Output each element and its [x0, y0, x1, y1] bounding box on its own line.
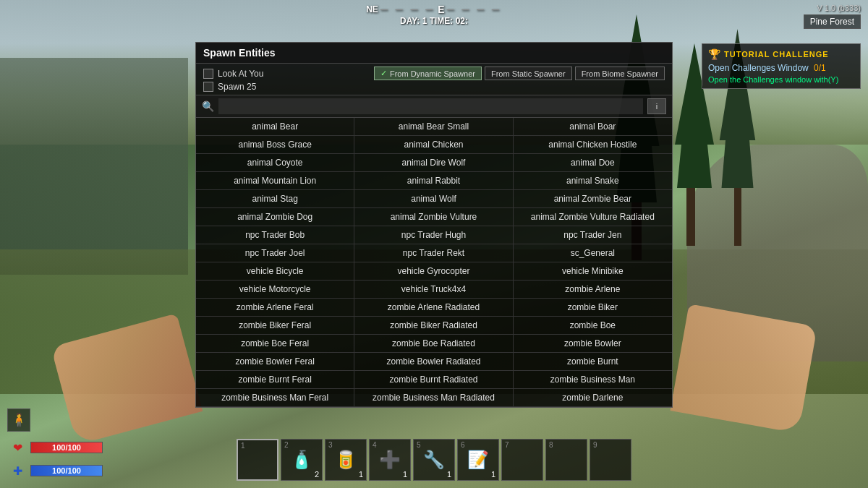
stamina-text: 100/100 — [31, 466, 102, 476]
entity-cell[interactable]: animal Dire Wolf — [354, 154, 513, 172]
hotbar-slot-2[interactable]: 2🧴2 — [281, 439, 323, 481]
stamina-bar: 100/100 — [30, 465, 103, 476]
entity-cell[interactable]: animal Coyote — [196, 154, 354, 172]
entity-cell[interactable]: zombie Bowler — [514, 335, 672, 353]
trophy-icon: 🏆 — [708, 48, 721, 60]
entity-cell[interactable]: zombie Business Man Feral — [196, 389, 354, 407]
stamina-icon: ✚ — [7, 461, 27, 481]
slot-count-6: 1 — [491, 470, 495, 479]
look-at-you-checkbox[interactable] — [203, 69, 213, 79]
search-input[interactable] — [218, 98, 643, 114]
entity-cell[interactable]: zombie Biker Radiated — [354, 317, 513, 335]
entity-cell[interactable]: animal Zombie Dog — [196, 208, 354, 226]
entity-cell[interactable]: animal Boar — [514, 118, 672, 136]
slot-icon-note: 📝 — [465, 447, 491, 473]
entity-cell[interactable]: animal Mountain Lion — [196, 172, 354, 190]
compass-bar: NE — — — — E — — — — — [366, 4, 502, 15]
entity-cell[interactable]: sc_General — [514, 244, 672, 262]
entity-cell[interactable]: animal Rabbit — [354, 172, 513, 190]
tutorial-header: 🏆 TUTORIAL CHALLENGE — [708, 48, 854, 60]
hotbar-slot-1[interactable]: 1 — [237, 439, 278, 481]
health-row: ❤ 100/100 — [7, 437, 103, 458]
entity-cell[interactable]: animal Wolf — [354, 190, 513, 208]
entity-cell[interactable]: vehicle Bicycle — [196, 262, 354, 281]
stamina-row: ✚ 100/100 — [7, 461, 103, 481]
hotbar-slot-9[interactable]: 9 — [590, 439, 631, 481]
biome-label: Pine Forest — [804, 14, 861, 29]
slot-icon-water: 🧴 — [289, 447, 315, 473]
entity-cell[interactable]: animal Bear — [196, 118, 354, 136]
entity-cell[interactable]: animal Snake — [514, 172, 672, 190]
tutorial-challenge-box: 🏆 TUTORIAL CHALLENGE Open Challenges Win… — [702, 43, 861, 89]
entity-cell[interactable]: zombie Burnt Feral — [196, 371, 354, 389]
entity-cell[interactable]: zombie Biker — [514, 299, 672, 317]
entity-cell[interactable]: zombie Boe — [514, 317, 672, 335]
hotbar-slot-6[interactable]: 6📝1 — [457, 439, 499, 481]
tutorial-title: TUTORIAL CHALLENGE — [724, 50, 829, 59]
entity-cell[interactable]: zombie Arlene Radiated — [354, 299, 513, 317]
entity-cell[interactable]: vehicle Motorcycle — [196, 281, 354, 299]
version-display: V 1.0 (b333) — [817, 4, 861, 12]
entity-cell[interactable]: zombie Arlene Feral — [196, 299, 354, 317]
entity-cell[interactable]: zombie Burnt Radiated — [354, 371, 513, 389]
hotbar-slot-3[interactable]: 3🥫1 — [325, 439, 367, 481]
spawn-option-row-2: Spawn 25 — [203, 82, 665, 92]
entity-cell[interactable]: animal Zombie Bear — [514, 190, 672, 208]
entity-cell[interactable]: animal Zombie Vulture Radiated — [514, 208, 672, 226]
biome-spawner-btn[interactable]: From Biome Spawner — [575, 67, 665, 80]
hotbar-slot-8[interactable]: 8 — [545, 439, 587, 481]
entity-cell[interactable]: animal Zombie Vulture — [354, 208, 513, 226]
house — [0, 58, 188, 275]
entity-cell[interactable]: zombie Boe Radiated — [354, 335, 513, 353]
health-text: 100/100 — [31, 442, 102, 453]
entity-cell[interactable]: animal Doe — [514, 154, 672, 172]
tutorial-challenges-text[interactable]: Open Challenges Window 0/1 — [708, 63, 854, 73]
entity-cell[interactable]: zombie Boe Feral — [196, 335, 354, 353]
look-at-you-label: Look At You — [218, 69, 263, 79]
entity-cell[interactable]: vehicle Truck4x4 — [354, 281, 513, 299]
entity-cell[interactable]: npc Trader Hugh — [354, 226, 513, 244]
entity-cell[interactable]: zombie Bowler Feral — [196, 353, 354, 371]
entity-cell[interactable]: vehicle Minibike — [514, 262, 672, 281]
hotbar-slot-4[interactable]: 4➕1 — [369, 439, 411, 481]
compass-e: E — [438, 4, 444, 15]
dynamic-spawner-btn[interactable]: ✓ From Dynamic Spawner — [374, 67, 482, 80]
hotbar-slot-5[interactable]: 5🔧1 — [413, 439, 455, 481]
search-button[interactable]: i — [647, 98, 666, 114]
entity-cell[interactable]: npc Trader Jen — [514, 226, 672, 244]
static-spawner-btn[interactable]: From Static Spawner — [485, 67, 572, 80]
entity-cell[interactable]: npc Trader Bob — [196, 226, 354, 244]
entity-cell[interactable]: zombie Burnt — [514, 353, 672, 371]
slot-count-3: 1 — [359, 470, 363, 479]
search-bar: 🔍 i — [196, 95, 672, 118]
hotbar-slot-7[interactable]: 7 — [501, 439, 543, 481]
spawner-buttons: ✓ From Dynamic Spawner From Static Spawn… — [374, 67, 665, 80]
health-bar: 100/100 — [30, 442, 103, 453]
entity-cell[interactable]: zombie Biker Feral — [196, 317, 354, 335]
spawn-panel-header: Spawn Entities — [196, 43, 672, 64]
spawn-options-area: Look At You ✓ From Dynamic Spawner From … — [196, 64, 672, 95]
entity-cell[interactable]: animal Bear Small — [354, 118, 513, 136]
slot-icon-medkit: ➕ — [377, 447, 403, 473]
entity-cell[interactable]: zombie Business Man — [514, 371, 672, 389]
hotbar: 12🧴23🥫14➕15🔧16📝1789 — [237, 439, 631, 481]
entity-cell[interactable]: zombie Arlene — [514, 281, 672, 299]
entity-cell[interactable]: animal Chicken Hostile — [514, 136, 672, 154]
entity-cell[interactable]: animal Stag — [196, 190, 354, 208]
entity-cell[interactable]: zombie Business Man Radiated — [354, 389, 513, 407]
spawn-25-checkbox[interactable] — [203, 82, 213, 92]
spawn-option-row-1: Look At You ✓ From Dynamic Spawner From … — [203, 67, 665, 80]
entity-cell[interactable]: npc Trader Joel — [196, 244, 354, 262]
entity-cell[interactable]: animal Boss Grace — [196, 136, 354, 154]
slot-count-4: 1 — [403, 470, 407, 479]
entity-cell[interactable]: vehicle Gyrocopter — [354, 262, 513, 281]
entity-cell[interactable]: zombie Darlene — [514, 389, 672, 407]
entity-cell[interactable]: zombie Bowler Radiated — [354, 353, 513, 371]
entity-cell[interactable]: npc Trader Rekt — [354, 244, 513, 262]
entity-list: animal Bearanimal Bear Smallanimal Boara… — [196, 118, 672, 407]
day-time-display: DAY: 1 TIME: 02: — [400, 16, 468, 26]
slot-count-2: 2 — [315, 470, 319, 479]
health-icon: ❤ — [7, 437, 27, 458]
player-icon: 🧍 — [7, 408, 30, 432]
entity-cell[interactable]: animal Chicken — [354, 136, 513, 154]
